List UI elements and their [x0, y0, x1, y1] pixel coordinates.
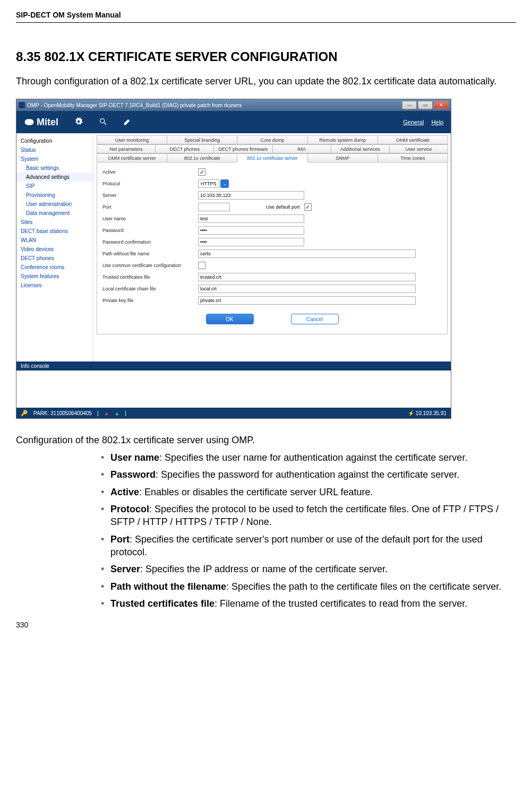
tab[interactable]: Additional services — [331, 144, 390, 153]
separator: | — [125, 410, 126, 416]
key-icon: 🔑 — [21, 410, 28, 417]
sidebar-item[interactable]: SIP — [16, 182, 93, 191]
svg-line-1 — [104, 123, 106, 125]
svg-point-0 — [100, 119, 105, 123]
tab[interactable]: DECT phones firmware — [213, 144, 272, 153]
close-button[interactable]: ✕ — [434, 101, 449, 109]
input-private[interactable] — [198, 296, 416, 305]
brand-logo: Mitel — [24, 117, 58, 128]
label-username: User name — [102, 216, 198, 221]
label-port: Port — [102, 204, 198, 210]
input-port[interactable] — [198, 203, 230, 211]
search-icon[interactable] — [99, 117, 107, 127]
label-trusted: Trusted certificates file — [102, 274, 198, 280]
label-use-default-port: Use default port — [266, 204, 300, 210]
intro-paragraph: Through configuration of a 802.1x certif… — [16, 75, 516, 88]
gear-icon[interactable] — [74, 117, 83, 127]
tab[interactable]: User monitoring — [97, 135, 167, 144]
info-console-header[interactable]: Info console — [16, 361, 451, 371]
link-general[interactable]: General — [403, 119, 424, 125]
status-dot-red-icon: ▲ — [104, 410, 109, 416]
bullet-item: Active: Enables or disables the certific… — [101, 486, 516, 498]
tab[interactable]: 802.1x certificate server — [237, 153, 307, 162]
input-path[interactable] — [198, 249, 416, 258]
sidebar-item[interactable]: WLAN — [16, 236, 93, 245]
label-protocol: Protocol — [102, 181, 198, 186]
sidebar-item[interactable]: System features — [16, 272, 93, 281]
sidebar-item[interactable]: Advanced settings — [16, 173, 93, 182]
sidebar-item[interactable]: Sites — [16, 218, 93, 227]
sidebar-item[interactable]: Conference rooms — [16, 263, 93, 272]
tab[interactable]: DECT phones — [155, 144, 214, 153]
tab[interactable]: OMM certificate — [377, 135, 448, 144]
brand-bar: Mitel General Help — [16, 111, 451, 133]
tab[interactable]: Special branding — [167, 135, 237, 144]
chevron-down-icon[interactable]: ⌄ — [220, 179, 229, 188]
bullet-item: Password: Specifies the password for aut… — [101, 468, 516, 481]
label-use-common: Use common certificate configuration — [102, 263, 198, 268]
tab[interactable]: SNMP — [307, 153, 378, 162]
sidebar-item[interactable]: DECT base stations — [16, 227, 93, 236]
separator: | — [97, 410, 99, 416]
sidebar-item[interactable]: User administration — [16, 200, 93, 209]
tab[interactable]: Net parameters — [97, 144, 156, 153]
input-server[interactable] — [198, 191, 304, 200]
bullet-list: User name: Specifies the user name for a… — [16, 451, 516, 610]
bullet-item: Server: Specifies the IP address or name… — [101, 563, 516, 575]
label-local: Local certificate chain file — [102, 286, 198, 291]
section-heading: 8.35 802.1X CERTIFICATE SERVER CONFIGURA… — [16, 49, 516, 64]
edit-icon[interactable] — [123, 117, 132, 127]
cancel-button[interactable]: Cancel — [291, 314, 339, 324]
tab[interactable]: User service — [389, 144, 448, 153]
window-title: OMP - OpenMobility Manager SIP-DECT 7.1R… — [27, 102, 242, 108]
ok-button[interactable]: OK — [206, 314, 254, 324]
sidebar-item[interactable]: Status — [16, 145, 93, 154]
tab[interactable]: Remote system dump — [307, 135, 378, 144]
label-private: Private key file — [102, 298, 198, 303]
checkbox-use-default-port[interactable] — [304, 203, 312, 211]
sidebar-item[interactable]: Provisioning — [16, 191, 93, 200]
bullet-item: Protocol: Specifies the protocol to be u… — [101, 503, 516, 529]
checkbox-use-common[interactable] — [198, 262, 205, 269]
tab[interactable]: IMA — [272, 144, 331, 153]
sidebar-item[interactable]: System — [16, 154, 93, 163]
sidebar-item[interactable]: DECT phones — [16, 254, 93, 263]
checkbox-active[interactable] — [198, 168, 205, 176]
bullet-item: Port: Specifies the certificate server's… — [101, 533, 516, 559]
bullet-item: Path without the filename: Specifies the… — [101, 580, 516, 593]
label-server: Server — [102, 193, 198, 198]
tab[interactable]: Time zones — [377, 153, 448, 162]
sidebar-item[interactable]: Basic settings — [16, 163, 93, 173]
minimize-button[interactable]: — — [402, 101, 417, 109]
header-rule — [16, 22, 516, 23]
tab[interactable]: OMM certificate server — [97, 153, 167, 162]
link-help[interactable]: Help — [431, 119, 443, 125]
sidebar-item[interactable]: Data management — [16, 209, 93, 218]
page-number: 330 — [16, 621, 516, 629]
maximize-button[interactable]: ▭ — [418, 101, 433, 109]
status-bar: 🔑 PARK: 31100506400405 | ▲ ▲ | ⚡ 10.103.… — [16, 408, 451, 418]
label-password: Password — [102, 228, 198, 233]
select-protocol[interactable]: HTTPS ⌄ — [198, 179, 229, 188]
label-path: Path without file name — [102, 251, 198, 256]
tab[interactable]: 802.1x certificate — [167, 153, 237, 162]
status-ip: 10.103.35.91 — [416, 410, 447, 416]
info-console-body — [16, 371, 451, 408]
label-password-conf: Password confirmation — [102, 239, 198, 245]
status-park: PARK: 31100506400405 — [33, 410, 92, 416]
sidebar: Configuration StatusSystemBasic settings… — [16, 133, 93, 361]
input-password[interactable] — [198, 226, 304, 235]
app-icon — [19, 102, 25, 108]
figure-caption: Configuration of the 802.1x certificate … — [16, 435, 516, 446]
sidebar-item[interactable]: Video devices — [16, 245, 93, 254]
tab[interactable]: Core dump — [237, 135, 307, 144]
omp-window: OMP - OpenMobility Manager SIP-DECT 7.1R… — [16, 99, 451, 419]
input-username[interactable] — [198, 214, 304, 223]
sidebar-item[interactable]: Licenses — [16, 281, 93, 290]
bullet-item: User name: Specifies the user name for a… — [101, 451, 516, 464]
input-password-conf[interactable] — [198, 238, 304, 246]
input-trusted[interactable] — [198, 273, 416, 281]
sidebar-title: Configuration — [16, 136, 93, 145]
plug-icon: ⚡ — [408, 410, 414, 416]
input-local[interactable] — [198, 285, 416, 293]
